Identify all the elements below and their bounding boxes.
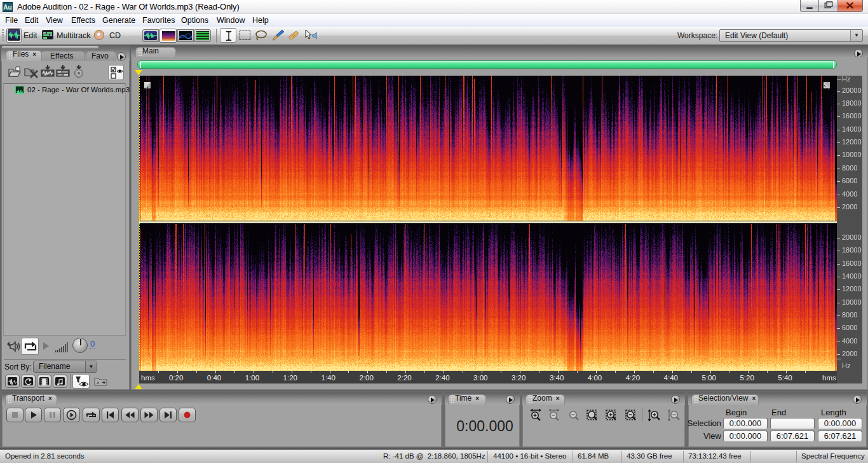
svg-text:a: a (97, 380, 99, 385)
